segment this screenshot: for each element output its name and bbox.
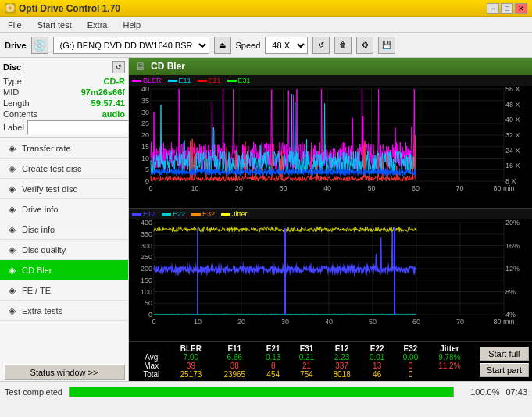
chart-area: 🖥 CD Bler BLER E11 (129, 58, 532, 381)
stat-header-bler: BLER (169, 344, 212, 353)
stats-max-e32: 0 (394, 362, 427, 370)
disc-refresh-btn[interactable]: ↺ (112, 61, 125, 73)
legend-e21-label: E21 (209, 77, 221, 84)
stats-avg-e31: 0.21 (290, 353, 323, 362)
menu-extra[interactable]: Extra (83, 19, 112, 31)
stats-max-e11: 38 (212, 362, 256, 370)
eject-button[interactable]: ⏏ (214, 37, 231, 54)
speed-select[interactable]: 48 X (265, 37, 308, 54)
sidebar-item-create-test-disc[interactable]: ◈ Create test disc (0, 159, 128, 179)
stat-header-e22: E22 (360, 344, 394, 353)
stats-avg-e22: 0.01 (360, 353, 394, 362)
contents-value: audio (102, 109, 125, 119)
legend-jitter: Jitter (221, 210, 248, 218)
stats-max-label: Max (134, 362, 169, 370)
sidebar-item-drive-info[interactable]: ◈ Drive info (0, 199, 128, 219)
sidebar-label-create-test-disc: Create test disc (22, 164, 81, 173)
extra-tests-icon: ◈ (6, 305, 17, 316)
save-button[interactable]: 💾 (378, 37, 395, 54)
stats-max-e12: 337 (323, 362, 360, 370)
stat-header-e11: E11 (212, 344, 256, 353)
chart-title: CD Bler (151, 61, 185, 72)
start-part-button[interactable]: Start part (480, 363, 529, 377)
disc-quality-icon: ◈ (6, 244, 17, 255)
stats-avg-label: Avg (134, 353, 169, 362)
legend-e11: E11 (168, 77, 191, 84)
stat-header-e12: E12 (323, 344, 360, 353)
stats-total-label: Total (134, 370, 169, 379)
start-full-button[interactable]: Start full (480, 347, 529, 361)
menu-start-test[interactable]: Start test (33, 19, 77, 31)
stats-avg-bler: 7.00 (169, 353, 212, 362)
legend-e32: E32 (191, 210, 215, 218)
stat-header-e31: E31 (290, 344, 323, 353)
menu-bar: File Start test Extra Help (0, 17, 532, 33)
stats-total-e31: 754 (290, 370, 323, 379)
progress-bar (70, 387, 453, 397)
stats-total-e12: 8018 (323, 370, 360, 379)
drive-icon-btn: 💿 (31, 37, 48, 54)
stats-total-e21: 454 (256, 370, 290, 379)
menu-help[interactable]: Help (118, 19, 145, 31)
progress-percentage: 100.0% (460, 387, 499, 397)
window-controls: − □ ✕ (487, 3, 527, 14)
settings-button[interactable]: ⚙ (356, 37, 373, 54)
sidebar-label-fe-te: FE / TE (22, 286, 51, 295)
stats-total-e32: 0 (394, 370, 427, 379)
refresh-button[interactable]: ↺ (312, 37, 330, 54)
sidebar-item-fe-te[interactable]: ◈ FE / TE (0, 280, 128, 301)
status-bar: Test completed 100.0% 07:43 (0, 381, 532, 401)
stat-header-empty (134, 344, 169, 353)
sidebar-label-cd-bler: CD Bler (22, 266, 52, 275)
close-button[interactable]: ✕ (515, 3, 527, 14)
legend-e32-label: E32 (202, 210, 215, 218)
stats-max-e21: 8 (256, 362, 290, 370)
mid-value: 97m26s66f (81, 87, 125, 97)
stats-avg-e21: 0.13 (256, 353, 290, 362)
status-window-button[interactable]: Status window >> (4, 364, 125, 380)
legend-e12-label: E12 (143, 210, 155, 218)
stats-table-wrapper: BLER E11 E21 E31 E12 E22 E32 Jitter Avg (129, 342, 477, 381)
legend-e31: E31 (227, 77, 251, 84)
sidebar-item-disc-quality[interactable]: ◈ Disc quality (0, 240, 128, 260)
menu-file[interactable]: File (3, 19, 27, 31)
minimize-button[interactable]: − (487, 3, 499, 14)
disc-panel-title: Disc (3, 62, 21, 72)
stats-row-total: Total 25173 23965 454 754 8018 46 0 (134, 370, 472, 379)
sidebar-label-extra-tests: Extra tests (22, 306, 62, 315)
label-input[interactable] (27, 120, 129, 134)
stats-table: BLER E11 E21 E31 E12 E22 E32 Jitter Avg (134, 344, 472, 379)
fe-te-icon: ◈ (6, 285, 17, 296)
sidebar-item-transfer-rate[interactable]: ◈ Transfer rate (0, 138, 128, 159)
stats-total-e11: 23965 (212, 370, 256, 379)
create-disc-icon: ◈ (6, 163, 17, 174)
stats-avg-e11: 6.66 (212, 353, 256, 362)
legend-e21: E21 (198, 77, 221, 84)
stats-row-avg: Avg 7.00 6.66 0.13 0.21 2.23 0.01 0.00 9… (134, 353, 472, 362)
app-title: Opti Drive Control 1.70 (19, 3, 120, 14)
chart-icon: 🖥 (135, 60, 146, 73)
maximize-button[interactable]: □ (501, 3, 513, 14)
sidebar-item-cd-bler[interactable]: ◈ CD Bler (0, 260, 128, 280)
status-text: Test completed (5, 387, 62, 397)
label-label: Label (3, 123, 24, 132)
disc-panel: Disc ↺ Type CD-R MID 97m26s66f Length 59… (0, 58, 128, 138)
legend-e22-label: E22 (173, 210, 185, 218)
transfer-rate-icon: ◈ (6, 143, 17, 154)
sidebar-item-verify-test-disc[interactable]: ◈ Verify test disc (0, 179, 128, 199)
legend-e11-label: E11 (179, 77, 191, 84)
stats-max-e22: 13 (360, 362, 394, 370)
stats-avg-e12: 2.23 (323, 353, 360, 362)
stats-avg-e32: 0.00 (394, 353, 427, 362)
sidebar-item-extra-tests[interactable]: ◈ Extra tests (0, 301, 128, 321)
stats-max-bler: 39 (169, 362, 212, 370)
progress-bar-container (69, 387, 454, 397)
type-value: CD-R (104, 77, 126, 86)
erase-button[interactable]: 🗑 (334, 37, 352, 54)
legend-e22: E22 (162, 210, 185, 218)
sidebar-item-disc-info[interactable]: ◈ Disc info (0, 219, 128, 240)
stats-total-bler: 25173 (169, 370, 212, 379)
stats-max-jitter: 11.2% (427, 362, 472, 370)
drive-select[interactable]: (G:) BENQ DVD DD DW1640 BSRB (53, 37, 209, 54)
sidebar: Disc ↺ Type CD-R MID 97m26s66f Length 59… (0, 58, 129, 381)
